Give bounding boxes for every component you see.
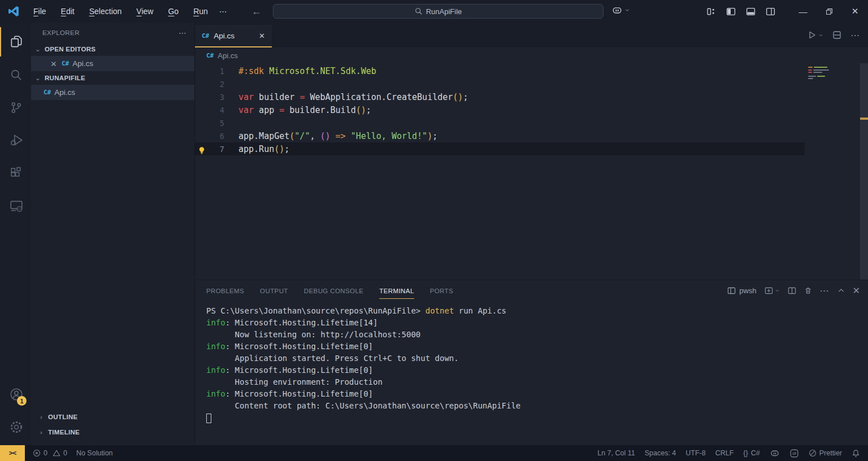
lightbulb-icon[interactable] — [197, 146, 206, 155]
editor-tab-bar: C# Api.cs ✕ — [195, 23, 868, 47]
code-line-6[interactable]: 6app.MapGet("/", () => "Hello, World!"); — [195, 129, 805, 142]
split-terminal-icon[interactable] — [788, 286, 796, 295]
tab-close-icon[interactable]: ✕ — [259, 32, 265, 40]
prettier-status[interactable]: Prettier — [809, 449, 842, 457]
copilot-status-icon[interactable] — [770, 448, 780, 458]
panel-tab-problems[interactable]: PROBLEMS — [206, 282, 244, 299]
editor-scrollbar[interactable] — [860, 63, 868, 280]
file-item-apics[interactable]: C# Api.cs — [31, 85, 194, 100]
csharp-file-icon: C# — [206, 52, 214, 59]
accounts-badge: 1 — [17, 396, 27, 406]
eol-status[interactable]: CRLF — [715, 449, 734, 457]
timeline-section[interactable]: › TIMELINE — [31, 424, 194, 440]
vscode-window: FileEditSelectionViewGoRun ⋯ ← → RunApiF… — [0, 0, 868, 461]
nav-back-button[interactable]: ← — [249, 6, 264, 18]
minimap[interactable] — [805, 63, 860, 280]
csharp-file-icon: C# — [62, 60, 69, 67]
remote-indicator-button[interactable]: >< — [0, 445, 25, 461]
vscode-logo-icon — [7, 5, 20, 18]
chevron-down-icon — [818, 33, 823, 38]
settings-button[interactable] — [0, 412, 31, 442]
bottom-panel: PROBLEMSOUTPUTDEBUG CONSOLETERMINALPORTS… — [195, 280, 868, 445]
code-line-2[interactable]: 2 — [195, 77, 805, 90]
code-line-3[interactable]: 3var builder = WebApplication.CreateBuil… — [195, 90, 805, 103]
solution-status[interactable]: No Solution — [76, 449, 113, 457]
search-view-icon — [9, 68, 23, 82]
activity-bar: >< 1 — [0, 23, 31, 445]
run-code-button[interactable] — [808, 31, 823, 40]
code-line-4[interactable]: 4var app = builder.Build(); — [195, 103, 805, 116]
maximize-panel-icon[interactable] — [837, 287, 845, 294]
editor-more-actions-button[interactable]: ⋯ — [850, 30, 860, 41]
language-mode-status[interactable]: {} C# — [743, 449, 760, 457]
breadcrumb-file: Api.cs — [218, 51, 237, 60]
open-editor-item-apics[interactable]: ✕ C# Api.cs — [31, 56, 194, 71]
menu-view[interactable]: View — [131, 5, 159, 18]
toggle-secondary-sidebar-icon[interactable] — [766, 7, 775, 16]
menu-selection[interactable]: Selection — [84, 5, 128, 18]
activity-run-debug-button[interactable] — [0, 125, 31, 155]
code-line-5[interactable]: 5 — [195, 116, 805, 129]
panel-more-actions-button[interactable]: ⋯ — [820, 285, 830, 296]
activity-extensions-button[interactable] — [0, 158, 31, 188]
menu-edit[interactable]: Edit — [55, 5, 80, 18]
activity-search-button[interactable] — [0, 60, 31, 89]
sidebar-title: EXPLORER — [42, 29, 80, 36]
window-restore-button[interactable] — [816, 0, 842, 23]
copilot-menu-button[interactable] — [611, 5, 630, 16]
split-editor-icon[interactable] — [832, 31, 841, 40]
search-icon — [415, 7, 423, 15]
window-close-button[interactable]: ✕ — [842, 0, 868, 23]
terminal-output[interactable]: PS C:\Users\Jonathan\source\repos\RunApi… — [195, 301, 868, 445]
menu-file[interactable]: File — [28, 5, 52, 18]
close-panel-button[interactable]: ✕ — [853, 285, 860, 296]
activity-source-control-button[interactable] — [0, 93, 31, 122]
cursor-position-status[interactable]: Ln 7, Col 11 — [597, 449, 635, 457]
terminal-line: info: Microsoft.Hosting.Lifetime[0] — [206, 364, 868, 376]
panel-tab-debug-console[interactable]: DEBUG CONSOLE — [304, 282, 364, 299]
terminal-line: Application started. Press Ctrl+C to shu… — [206, 353, 868, 364]
code-editor[interactable]: 1#:sdk Microsoft.NET.Sdk.Web23var builde… — [195, 63, 868, 280]
close-editor-icon[interactable]: ✕ — [49, 59, 58, 68]
toggle-primary-sidebar-icon[interactable] — [726, 7, 736, 16]
notifications-bell-icon[interactable] — [852, 449, 860, 458]
breadcrumb[interactable]: C# Api.cs — [195, 47, 868, 63]
open-editors-section[interactable]: ⌄ OPEN EDITORS — [31, 42, 194, 56]
terminal-line: info: Microsoft.Hosting.Lifetime[0] — [206, 388, 868, 400]
sidebar-more-button[interactable]: ⋯ — [179, 28, 188, 37]
new-terminal-button[interactable] — [765, 286, 780, 295]
menu-more-button[interactable]: ⋯ — [214, 5, 233, 18]
toggle-panel-icon[interactable] — [746, 7, 756, 16]
terminal-cursor-line — [206, 412, 868, 424]
outline-section[interactable]: › OUTLINE — [31, 409, 194, 424]
svg-text:><: >< — [17, 207, 21, 211]
customize-layout-icon[interactable] — [706, 7, 716, 16]
terminal-line: PS C:\Users\Jonathan\source\repos\RunApi… — [206, 305, 868, 317]
indentation-status[interactable]: Spaces: 4 — [645, 449, 676, 457]
chevron-down-icon: ⌄ — [33, 74, 42, 82]
csharp-devkit-status-icon[interactable]: c# — [789, 449, 799, 458]
menu-run[interactable]: Run — [188, 5, 214, 18]
new-terminal-icon — [765, 286, 773, 295]
code-line-1[interactable]: 1#:sdk Microsoft.NET.Sdk.Web — [195, 64, 805, 77]
kill-terminal-trash-icon[interactable] — [804, 286, 812, 295]
problems-status-button[interactable]: 0 0 — [33, 449, 67, 457]
terminal-line: Now listening on: http://localhost:5000 — [206, 329, 868, 341]
panel-tab-output[interactable]: OUTPUT — [260, 282, 288, 299]
panel-tab-terminal[interactable]: TERMINAL — [379, 282, 414, 299]
folder-section-runapifile[interactable]: ⌄ RUNAPIFILE — [31, 71, 194, 85]
activity-explorer-button[interactable] — [0, 27, 31, 56]
accounts-button[interactable]: 1 — [0, 380, 31, 409]
remote-icon: >< — [9, 449, 16, 457]
activity-remote-explorer-button[interactable]: >< — [0, 191, 31, 220]
code-line-7[interactable]: 7app.Run(); — [195, 142, 805, 155]
terminal-instance-pwsh[interactable]: pwsh — [727, 286, 756, 295]
menu-go[interactable]: Go — [162, 5, 184, 18]
tab-apics[interactable]: C# Api.cs ✕ — [195, 25, 272, 47]
encoding-status[interactable]: UTF-8 — [685, 449, 705, 457]
panel-tab-ports[interactable]: PORTS — [430, 282, 453, 299]
command-center-search[interactable]: RunApiFile — [273, 4, 604, 19]
file-item-name: Api.cs — [54, 88, 75, 97]
open-editor-filename: Api.cs — [72, 59, 93, 68]
window-minimize-button[interactable]: — — [790, 0, 816, 23]
